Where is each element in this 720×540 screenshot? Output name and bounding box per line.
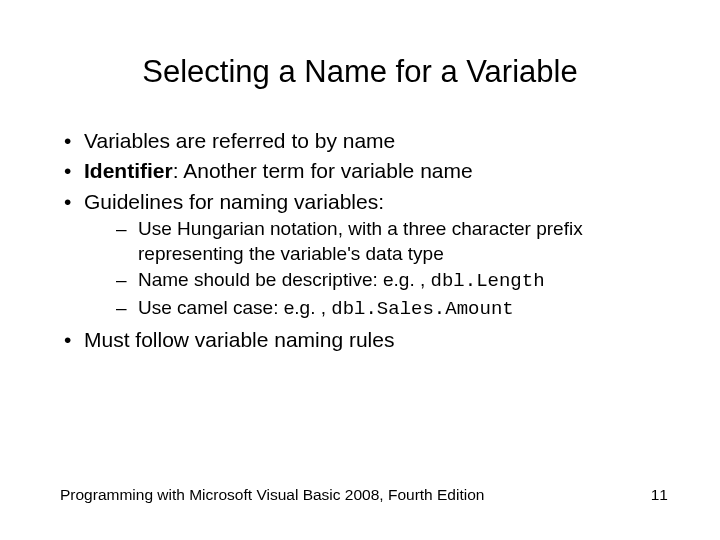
sub-bullet-text: Use camel case: e.g. , [138,297,331,318]
slide: Selecting a Name for a Variable Variable… [0,0,720,540]
bullet-item: Variables are referred to by name [60,127,670,154]
sub-bullet-text: Name should be descriptive: e.g. , [138,269,431,290]
bullet-item: Guidelines for naming variables: Use Hun… [60,188,670,322]
code-text: dbl.Sales.Amount [331,298,513,320]
bullet-list: Variables are referred to by name Identi… [60,127,670,353]
bullet-text: : Another term for variable name [173,159,473,182]
slide-title: Selecting a Name for a Variable [0,54,720,90]
bullet-text: Guidelines for naming variables: [84,190,384,213]
bullet-text-bold: Identifier [84,159,173,182]
bullet-text: Must follow variable naming rules [84,328,394,351]
footer-left: Programming with Microsoft Visual Basic … [60,486,484,504]
sub-bullet-list: Use Hungarian notation, with a three cha… [84,217,670,322]
slide-body: Variables are referred to by name Identi… [60,127,670,356]
sub-bullet-item: Use Hungarian notation, with a three cha… [84,217,670,266]
bullet-item: Must follow variable naming rules [60,326,670,353]
sub-bullet-item: Use camel case: e.g. , dbl.Sales.Amount [84,296,670,322]
bullet-text: Variables are referred to by name [84,129,395,152]
bullet-item: Identifier: Another term for variable na… [60,157,670,184]
page-number: 11 [651,486,668,504]
code-text: dbl.Length [431,270,545,292]
sub-bullet-text: Use Hungarian notation, with a three cha… [138,218,583,264]
sub-bullet-item: Name should be descriptive: e.g. , dbl.L… [84,268,670,294]
